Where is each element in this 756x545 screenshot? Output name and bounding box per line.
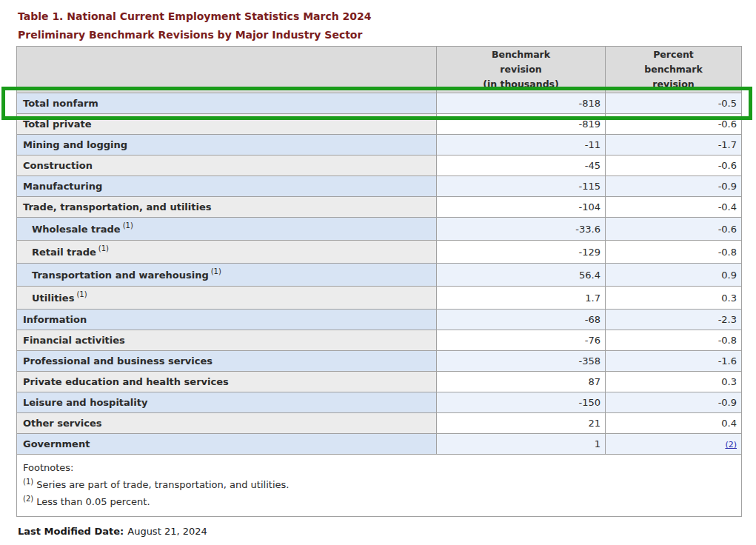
last-modified-label: Last Modified Date: [18, 526, 124, 537]
industry-label: Private education and health services [23, 376, 229, 387]
industry-label-cell: Government [17, 434, 437, 455]
table-header-row: Benchmarkrevision(in thousands) Percentb… [17, 47, 742, 93]
industry-label-cell: Manufacturing [17, 176, 437, 197]
percent-revision-cell: 0.9 [606, 264, 742, 287]
benchmark-revision-cell: -33.6 [437, 218, 606, 241]
footnote-item: (2)Less than 0.05 percent. [23, 493, 734, 510]
footnote-item: (1)Series are part of trade, transportat… [23, 476, 734, 493]
benchmark-revision-cell: -819 [437, 114, 606, 135]
industry-label-cell: Professional and business services [17, 351, 437, 372]
industry-label: Mining and logging [23, 139, 127, 150]
industry-label-cell: Total nonfarm [17, 93, 437, 114]
table-row: Construction-45-0.6 [17, 156, 742, 176]
industry-label-cell: Other services [17, 413, 437, 434]
percent-revision-cell: -0.9 [606, 176, 742, 197]
table-row: Total private-819-0.6 [17, 114, 742, 135]
industry-label: Total nonfarm [23, 98, 98, 109]
industry-label-cell: Trade, transportation, and utilities [17, 197, 437, 218]
column-header-percent-revision: Percentbenchmarkrevision [606, 47, 742, 93]
percent-revision-cell: -0.6 [606, 114, 742, 135]
footnote-marker: (1) [211, 267, 221, 275]
benchmark-revision-cell: -358 [437, 351, 606, 372]
table-row: Government1(2) [17, 434, 742, 455]
percent-revision-cell: -0.6 [606, 156, 742, 176]
header-line: benchmark [606, 62, 741, 77]
industry-label: Leisure and hospitality [23, 397, 147, 408]
percent-revision-cell: 0.3 [606, 287, 742, 310]
percent-revision-cell: -0.4 [606, 197, 742, 218]
footnote-2-link[interactable]: (2) [725, 440, 737, 449]
column-header-industry [17, 47, 437, 93]
industry-label-cell: Utilities(1) [17, 287, 437, 310]
header-line: revision [606, 77, 741, 92]
table-row: Financial activities-76-0.8 [17, 330, 742, 351]
percent-revision-cell: -0.8 [606, 330, 742, 351]
industry-label-cell: Mining and logging [17, 135, 437, 156]
industry-label: Financial activities [23, 335, 125, 346]
footnote-text: Less than 0.05 percent. [36, 496, 150, 507]
percent-revision-cell: 0.3 [606, 372, 742, 392]
page-title: Table 1. National Current Employment Sta… [18, 7, 372, 44]
header-line: (in thousands) [437, 77, 605, 92]
table-row: Retail trade(1)-129-0.8 [17, 241, 742, 264]
table-row: Leisure and hospitality-150-0.9 [17, 392, 742, 413]
percent-revision-cell: -0.8 [606, 241, 742, 264]
last-modified-value: August 21, 2024 [127, 526, 207, 537]
footnotes-row: Footnotes: (1)Series are part of trade, … [17, 455, 742, 517]
benchmark-revision-cell: -818 [437, 93, 606, 114]
industry-label: Trade, transportation, and utilities [23, 201, 211, 213]
benchmark-revision-cell: -129 [437, 241, 606, 264]
industry-label: Retail trade [32, 247, 96, 258]
header-line: Percent [606, 47, 741, 62]
table-row: Utilities(1)1.70.3 [17, 287, 742, 310]
column-header-benchmark-revision: Benchmarkrevision(in thousands) [437, 47, 606, 93]
industry-label-cell: Private education and health services [17, 372, 437, 392]
percent-revision-cell: -0.6 [606, 218, 742, 241]
benchmark-revision-cell: -11 [437, 135, 606, 156]
industry-label-cell: Total private [17, 114, 437, 135]
industry-label-cell: Construction [17, 156, 437, 176]
industry-label-cell: Leisure and hospitality [17, 392, 437, 413]
industry-label-cell: Wholesale trade(1) [17, 218, 437, 241]
footnote-marker: (2) [23, 495, 33, 503]
industry-label-cell: Retail trade(1) [17, 241, 437, 264]
footnote-marker: (1) [98, 244, 109, 253]
table-row: Transportation and warehousing(1)56.40.9 [17, 264, 742, 287]
last-modified: Last Modified Date:August 21, 2024 [18, 526, 207, 537]
footnote-marker: (1) [123, 221, 133, 230]
header-line: Benchmark [437, 47, 605, 62]
benchmark-revision-cell: -115 [437, 176, 606, 197]
table-row: Trade, transportation, and utilities-104… [17, 197, 742, 218]
percent-revision-cell: -2.3 [606, 310, 742, 330]
header-line: revision [437, 62, 605, 77]
table-row: Professional and business services-358-1… [17, 351, 742, 372]
benchmark-revisions-table: Benchmarkrevision(in thousands) Percentb… [16, 46, 742, 517]
benchmark-revision-cell: 21 [437, 413, 606, 434]
percent-revision-cell: -1.6 [606, 351, 742, 372]
industry-label: Government [23, 438, 90, 449]
table-row: Private education and health services870… [17, 372, 742, 392]
industry-label: Construction [23, 160, 93, 171]
benchmark-revision-cell: 87 [437, 372, 606, 392]
industry-label: Wholesale trade [32, 224, 121, 235]
footnote-marker: (1) [23, 478, 33, 486]
table-row: Mining and logging-11-1.7 [17, 135, 742, 156]
benchmark-revision-cell: 1.7 [437, 287, 606, 310]
industry-label: Total private [23, 118, 92, 130]
benchmark-revision-cell: 1 [437, 434, 606, 455]
benchmark-revision-cell: -45 [437, 156, 606, 176]
table-body: Total nonfarm-818-0.5Total private-819-0… [17, 93, 742, 455]
industry-label: Utilities [32, 292, 74, 304]
table-row: Other services210.4 [17, 413, 742, 434]
industry-label: Transportation and warehousing [32, 270, 209, 281]
industry-label: Other services [23, 418, 101, 429]
title-line-1: Table 1. National Current Employment Sta… [18, 7, 372, 26]
footnotes-heading: Footnotes: [23, 459, 734, 476]
benchmark-revision-cell: -76 [437, 330, 606, 351]
benchmark-revision-cell: -68 [437, 310, 606, 330]
industry-label-cell: Transportation and warehousing(1) [17, 264, 437, 287]
footnote-marker: (1) [76, 290, 87, 298]
industry-label-cell: Information [17, 310, 437, 330]
table-row: Information-68-2.3 [17, 310, 742, 330]
industry-label: Professional and business services [23, 355, 213, 367]
